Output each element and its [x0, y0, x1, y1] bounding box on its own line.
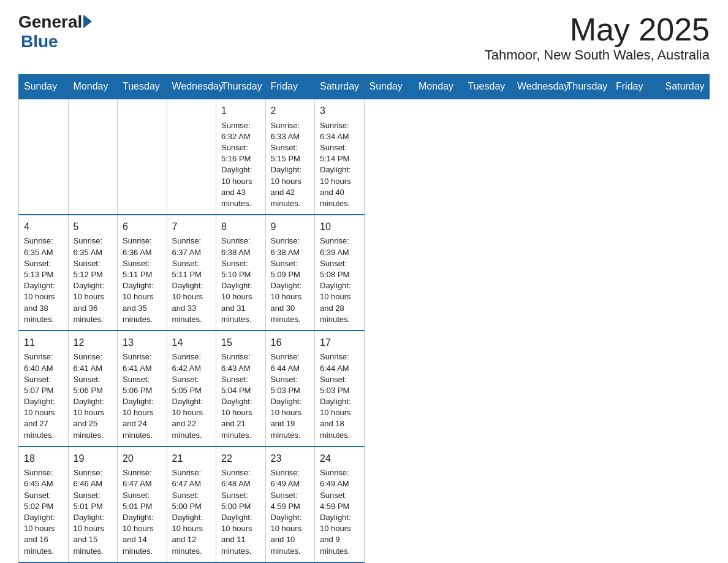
day-info: Sunrise: 6:35 AMSunset: 5:13 PMDaylight:…	[24, 236, 63, 325]
day-number: 8	[221, 220, 260, 234]
column-header-saturday: Saturday	[660, 75, 710, 99]
location-title: Tahmoor, New South Wales, Australia	[485, 47, 710, 63]
day-info: Sunrise: 6:42 AMSunset: 5:05 PMDaylight:…	[172, 351, 211, 441]
column-header-saturday: Saturday	[315, 75, 365, 99]
day-number: 16	[271, 336, 310, 350]
column-header-tuesday: Tuesday	[118, 75, 167, 99]
day-number: 17	[320, 336, 359, 350]
calendar-cell: 1Sunrise: 6:32 AMSunset: 5:16 PMDaylight…	[216, 99, 266, 215]
page-header: General Blue May 2025 Tahmoor, New South…	[18, 12, 710, 63]
calendar-cell: 17Sunrise: 6:44 AMSunset: 5:03 PMDayligh…	[315, 331, 365, 446]
column-header-wednesday: Wednesday	[167, 75, 216, 99]
calendar-week-row: 1Sunrise: 6:32 AMSunset: 5:16 PMDaylight…	[19, 99, 710, 215]
day-info: Sunrise: 6:32 AMSunset: 5:16 PMDaylight:…	[221, 120, 260, 210]
day-info: Sunrise: 6:33 AMSunset: 5:15 PMDaylight:…	[271, 120, 310, 210]
title-section: May 2025 Tahmoor, New South Wales, Austr…	[485, 12, 710, 63]
day-number: 3	[320, 104, 359, 118]
day-info: Sunrise: 6:44 AMSunset: 5:03 PMDaylight:…	[271, 351, 310, 441]
day-info: Sunrise: 6:39 AMSunset: 5:08 PMDaylight:…	[320, 236, 359, 325]
day-info: Sunrise: 6:36 AMSunset: 5:11 PMDaylight:…	[123, 236, 162, 325]
calendar-cell: 21Sunrise: 6:47 AMSunset: 5:00 PMDayligh…	[167, 446, 216, 562]
day-number: 15	[221, 336, 260, 350]
column-header-wednesday: Wednesday	[512, 75, 562, 99]
calendar-cell: 8Sunrise: 6:38 AMSunset: 5:10 PMDaylight…	[216, 215, 266, 331]
month-title: May 2025	[485, 12, 710, 47]
day-info: Sunrise: 6:43 AMSunset: 5:04 PMDaylight:…	[221, 351, 260, 441]
day-number: 21	[172, 452, 211, 465]
column-header-monday: Monday	[414, 75, 463, 99]
calendar-cell: 20Sunrise: 6:47 AMSunset: 5:01 PMDayligh…	[118, 446, 167, 562]
calendar-cell: 15Sunrise: 6:43 AMSunset: 5:04 PMDayligh…	[216, 331, 266, 446]
column-header-friday: Friday	[265, 75, 315, 99]
calendar-cell: 2Sunrise: 6:33 AMSunset: 5:15 PMDaylight…	[265, 99, 315, 215]
calendar-table: SundayMondayTuesdayWednesdayThursdayFrid…	[18, 74, 710, 563]
calendar-cell: 14Sunrise: 6:42 AMSunset: 5:05 PMDayligh…	[167, 331, 216, 446]
day-info: Sunrise: 6:38 AMSunset: 5:09 PMDaylight:…	[271, 236, 310, 325]
day-number: 13	[123, 336, 162, 350]
day-number: 10	[320, 220, 359, 234]
calendar-cell: 5Sunrise: 6:35 AMSunset: 5:12 PMDaylight…	[68, 215, 118, 331]
calendar-cell: 24Sunrise: 6:49 AMSunset: 4:59 PMDayligh…	[315, 446, 365, 562]
day-number: 11	[24, 336, 63, 350]
day-number: 4	[24, 220, 63, 234]
day-info: Sunrise: 6:38 AMSunset: 5:10 PMDaylight:…	[221, 236, 260, 325]
day-number: 7	[172, 220, 211, 234]
column-header-sunday: Sunday	[19, 75, 69, 99]
day-number: 24	[320, 452, 359, 465]
day-info: Sunrise: 6:41 AMSunset: 5:06 PMDaylight:…	[123, 351, 162, 441]
calendar-cell: 4Sunrise: 6:35 AMSunset: 5:13 PMDaylight…	[19, 215, 69, 331]
day-info: Sunrise: 6:34 AMSunset: 5:14 PMDaylight:…	[320, 120, 359, 210]
logo-blue-text: Blue	[21, 32, 92, 52]
column-header-monday: Monday	[68, 75, 118, 99]
calendar-week-row: 4Sunrise: 6:35 AMSunset: 5:13 PMDaylight…	[19, 215, 710, 331]
day-number: 2	[271, 104, 310, 118]
day-number: 6	[123, 220, 162, 234]
day-number: 1	[221, 104, 260, 118]
logo-arrow-icon	[83, 15, 92, 28]
column-header-thursday: Thursday	[216, 75, 266, 99]
calendar-cell: 23Sunrise: 6:49 AMSunset: 4:59 PMDayligh…	[265, 446, 315, 562]
calendar-cell: 11Sunrise: 6:40 AMSunset: 5:07 PMDayligh…	[19, 331, 69, 446]
day-number: 20	[123, 452, 162, 465]
day-number: 18	[24, 452, 63, 465]
day-info: Sunrise: 6:47 AMSunset: 5:01 PMDaylight:…	[123, 467, 162, 557]
calendar-cell	[118, 99, 167, 215]
column-header-tuesday: Tuesday	[463, 75, 512, 99]
calendar-cell: 3Sunrise: 6:34 AMSunset: 5:14 PMDaylight…	[315, 99, 365, 215]
calendar-cell: 16Sunrise: 6:44 AMSunset: 5:03 PMDayligh…	[265, 331, 315, 446]
calendar-cell	[167, 99, 216, 215]
day-info: Sunrise: 6:44 AMSunset: 5:03 PMDaylight:…	[320, 351, 359, 441]
calendar-cell	[68, 99, 118, 215]
day-info: Sunrise: 6:41 AMSunset: 5:06 PMDaylight:…	[74, 351, 113, 441]
day-info: Sunrise: 6:46 AMSunset: 5:01 PMDaylight:…	[74, 467, 113, 557]
calendar-cell: 7Sunrise: 6:37 AMSunset: 5:11 PMDaylight…	[167, 215, 216, 331]
day-info: Sunrise: 6:49 AMSunset: 4:59 PMDaylight:…	[271, 467, 310, 557]
column-header-thursday: Thursday	[561, 75, 611, 99]
logo-general-text: General	[18, 12, 82, 32]
calendar-cell: 18Sunrise: 6:45 AMSunset: 5:02 PMDayligh…	[19, 446, 69, 562]
calendar-cell: 9Sunrise: 6:38 AMSunset: 5:09 PMDaylight…	[265, 215, 315, 331]
day-info: Sunrise: 6:45 AMSunset: 5:02 PMDaylight:…	[24, 467, 63, 557]
calendar-cell: 6Sunrise: 6:36 AMSunset: 5:11 PMDaylight…	[118, 215, 167, 331]
calendar-week-row: 18Sunrise: 6:45 AMSunset: 5:02 PMDayligh…	[19, 446, 710, 562]
column-header-sunday: Sunday	[364, 75, 414, 99]
calendar-cell: 22Sunrise: 6:48 AMSunset: 5:00 PMDayligh…	[216, 446, 266, 562]
calendar-cell: 13Sunrise: 6:41 AMSunset: 5:06 PMDayligh…	[118, 331, 167, 446]
day-info: Sunrise: 6:49 AMSunset: 4:59 PMDaylight:…	[320, 467, 359, 557]
day-info: Sunrise: 6:48 AMSunset: 5:00 PMDaylight:…	[221, 467, 260, 557]
calendar-week-row: 11Sunrise: 6:40 AMSunset: 5:07 PMDayligh…	[19, 331, 710, 446]
calendar-cell	[19, 99, 69, 215]
day-info: Sunrise: 6:47 AMSunset: 5:00 PMDaylight:…	[172, 467, 211, 557]
day-number: 5	[74, 220, 113, 234]
calendar-cell: 19Sunrise: 6:46 AMSunset: 5:01 PMDayligh…	[68, 446, 118, 562]
day-number: 12	[74, 336, 113, 350]
day-info: Sunrise: 6:35 AMSunset: 5:12 PMDaylight:…	[74, 236, 113, 325]
logo: General Blue	[18, 12, 92, 52]
day-number: 23	[271, 452, 310, 465]
day-number: 9	[271, 220, 310, 234]
calendar-cell: 10Sunrise: 6:39 AMSunset: 5:08 PMDayligh…	[315, 215, 365, 331]
day-number: 14	[172, 336, 211, 350]
calendar-cell: 12Sunrise: 6:41 AMSunset: 5:06 PMDayligh…	[68, 331, 118, 446]
calendar-header-row: SundayMondayTuesdayWednesdayThursdayFrid…	[19, 75, 710, 99]
day-info: Sunrise: 6:40 AMSunset: 5:07 PMDaylight:…	[24, 351, 63, 441]
